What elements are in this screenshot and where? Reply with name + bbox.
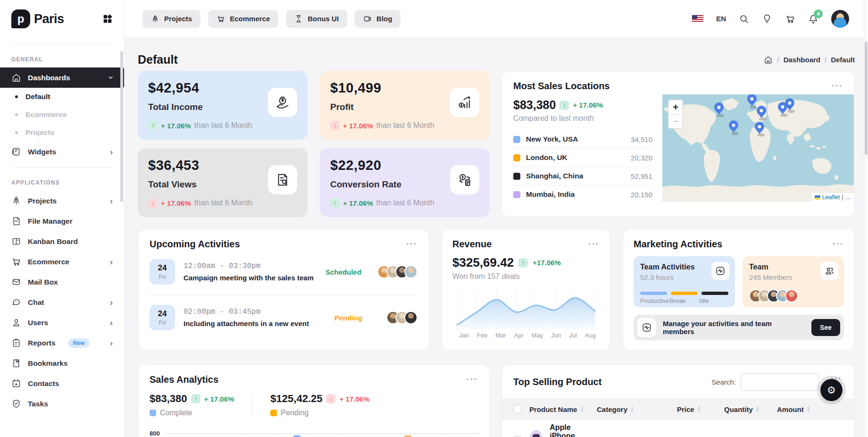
sort-icon[interactable]: ▲▼ xyxy=(630,406,634,412)
location-row: New York, USA 34,510 xyxy=(513,130,652,149)
sidebar-item-chat[interactable]: Chat › xyxy=(0,292,124,312)
sort-icon[interactable]: ▲▼ xyxy=(697,406,701,412)
sidebar-subitem-label: Ecommerce xyxy=(25,110,67,119)
rocket-icon xyxy=(151,15,159,23)
stat-card-conversion-rate[interactable]: $22,920 Conversion Rate ↑ + 17.06% than … xyxy=(320,148,490,217)
sidebar-item-contacts[interactable]: Contacts xyxy=(0,373,124,394)
sidebar-subitem-ecommerce[interactable]: Ecommerce xyxy=(0,106,124,124)
sidebar-subitem-default[interactable]: Default xyxy=(0,88,124,106)
sort-icon[interactable]: ▲▼ xyxy=(756,406,760,412)
people-icon xyxy=(820,262,838,280)
locations-legend: New York, USA 34,510 London, UK 20,320 S… xyxy=(513,130,652,203)
column-header[interactable]: Category xyxy=(597,405,627,413)
column-header[interactable]: Price xyxy=(677,405,694,413)
page-scrollbar[interactable] xyxy=(864,0,868,437)
event-day: 24 xyxy=(158,263,167,273)
sidebar-toggle-grid-icon[interactable] xyxy=(102,14,113,24)
sort-icon[interactable]: ▲▼ xyxy=(580,406,584,412)
attribution-more: … xyxy=(845,194,851,201)
new-badge: New xyxy=(68,338,90,348)
nav-button-ecommerce[interactable]: Ecommerce xyxy=(208,10,278,28)
map-zoom-out-button[interactable]: − xyxy=(668,115,683,129)
card-title: Marketing Activities xyxy=(634,239,722,250)
column-header[interactable]: Product Name xyxy=(529,405,577,413)
pending-bar xyxy=(404,435,411,437)
activity-event-row[interactable]: 24 Fri 02:00pm - 03:45pm Including attac… xyxy=(150,295,417,341)
sidebar-subitem-label: Projects xyxy=(25,128,54,137)
see-button[interactable]: See xyxy=(811,319,840,336)
team-activities-tile[interactable]: Team Activities 52,3 hours Productive Br… xyxy=(634,256,735,307)
location-city: New York, USA xyxy=(526,135,578,143)
stat-change-suffix: than last 6 Month xyxy=(194,199,252,207)
scrollbar-thumb[interactable] xyxy=(865,42,868,155)
event-avatars xyxy=(386,311,417,324)
card-menu-button[interactable]: ··· xyxy=(833,243,844,246)
sidebar-item-ecommerce-app[interactable]: Ecommerce › xyxy=(0,252,124,272)
sidebar-scrollbar[interactable] xyxy=(120,51,123,202)
stat-card-profit[interactable]: $10,499 Profit ↓ + 17.06% than last 6 Mo… xyxy=(320,71,490,140)
revenue-area-chart xyxy=(452,286,600,331)
sort-icon[interactable]: ▲▼ xyxy=(807,406,810,412)
legend-color-swatch xyxy=(150,410,156,416)
sidebar-item-file-manager[interactable]: File Manager xyxy=(0,211,124,231)
map-zoom-control: + − xyxy=(668,100,683,129)
world-map[interactable]: + − Leaflet | … xyxy=(662,94,854,202)
nav-button-blog[interactable]: Blog xyxy=(355,10,401,28)
breadcrumb-separator: / xyxy=(825,56,826,64)
money-bag-hand-icon xyxy=(268,88,297,117)
brand-logo-icon[interactable]: p xyxy=(11,9,30,28)
nav-button-projects[interactable]: Projects xyxy=(142,10,200,28)
sidebar-item-kanban-board[interactable]: Kanban Board xyxy=(0,231,124,252)
team-tile[interactable]: Team 245 Members xyxy=(743,256,844,307)
leaflet-link[interactable]: Leaflet xyxy=(822,194,840,201)
revenue-change: +17.06% xyxy=(533,259,561,267)
sidebar-item-users[interactable]: Users › xyxy=(0,312,124,333)
legend-color-swatch xyxy=(270,410,277,416)
chat-icon xyxy=(11,297,21,307)
lightbulb-icon[interactable] xyxy=(762,14,772,24)
map-zoom-in-button[interactable]: + xyxy=(668,100,683,115)
user-avatar[interactable] xyxy=(831,10,849,28)
sidebar-subitem-projects[interactable]: Projects xyxy=(0,124,124,142)
sidebar-item-dashboards[interactable]: Dashboards › xyxy=(0,67,124,88)
breadcrumb-parent[interactable]: Dashboard xyxy=(784,56,820,64)
settings-gear-button[interactable]: ⚙ xyxy=(820,379,843,401)
sidebar-item-reports[interactable]: Reports New › xyxy=(0,333,124,353)
sidebar: p Paris GENERAL Dashboards › Default Eco… xyxy=(0,0,125,437)
stat-card-total-income[interactable]: $42,954 Total Income ↑ + 17.06% than las… xyxy=(138,71,308,140)
locations-change: + 17.06% xyxy=(573,101,603,109)
nav-button-bonus-ui[interactable]: Bonus UI xyxy=(286,10,347,28)
breadcrumb: / Dashboard / Default xyxy=(764,55,855,64)
nav-button-label: Blog xyxy=(376,15,392,23)
stat-card-total-views[interactable]: $36,453 Total Views ↓ + 17.06% than last… xyxy=(138,148,308,217)
us-flag-icon[interactable] xyxy=(692,15,703,22)
x-axis-label: Jun xyxy=(551,332,561,339)
home-icon[interactable] xyxy=(764,55,773,64)
language-selector[interactable]: EN xyxy=(716,15,726,23)
card-title: Most Sales Locations xyxy=(513,81,610,92)
search-icon[interactable] xyxy=(739,14,749,24)
card-menu-button[interactable]: ··· xyxy=(832,84,843,88)
column-header[interactable]: Amount xyxy=(777,405,804,413)
sidebar-item-widgets[interactable]: Widgets › xyxy=(0,142,124,162)
upcoming-activities-card: Upcoming Activities ··· 24 Fri 12:00am -… xyxy=(138,229,429,351)
sidebar-item-mail-box[interactable]: Mail Box xyxy=(0,272,124,292)
card-menu-button[interactable]: ··· xyxy=(406,243,417,246)
cart-icon[interactable] xyxy=(785,14,795,24)
notifications-button[interactable]: 4 xyxy=(808,14,818,24)
search-input[interactable] xyxy=(741,373,818,391)
legend-color-swatch xyxy=(513,173,520,180)
activity-event-row[interactable]: 24 Fri 12:00am - 03:30pm Campaign meetin… xyxy=(150,250,417,295)
table-row[interactable]: Apple iPhone 15pro #7815465 Smartphones … xyxy=(502,420,854,437)
envelope-icon xyxy=(11,277,21,287)
avatar xyxy=(404,265,417,278)
file-icon xyxy=(11,216,21,226)
column-header[interactable]: Quantity xyxy=(724,405,753,413)
event-day: 24 xyxy=(158,309,167,319)
card-menu-button[interactable]: ··· xyxy=(588,243,600,246)
select-all-checkbox[interactable] xyxy=(513,405,522,413)
sidebar-item-bookmarks[interactable]: Bookmarks xyxy=(0,353,124,373)
sidebar-item-tasks[interactable]: Tasks xyxy=(0,394,124,414)
sidebar-item-projects-app[interactable]: Projects › xyxy=(0,191,124,211)
card-menu-button[interactable]: ··· xyxy=(467,378,478,381)
